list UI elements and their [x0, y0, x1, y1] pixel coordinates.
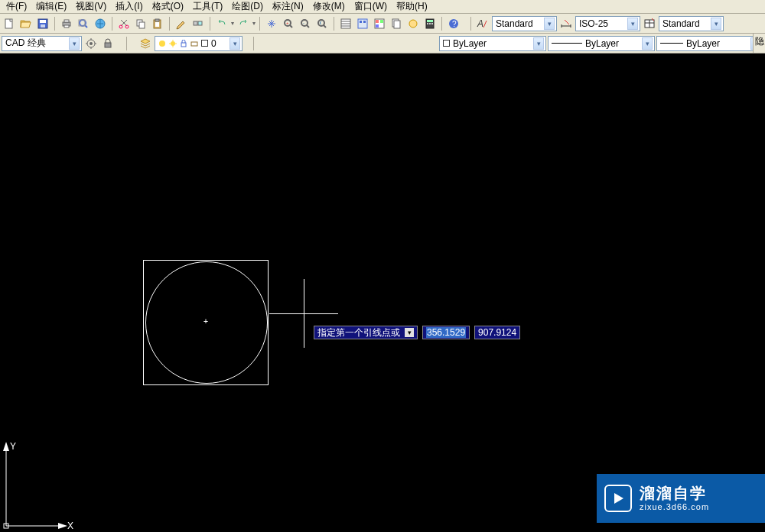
properties-button[interactable] — [338, 16, 353, 31]
dim-style-value: ISO-25 — [579, 18, 608, 29]
menu-edit[interactable]: 编辑(E) — [31, 0, 71, 14]
color-combo[interactable]: ByLayer ▾ — [439, 36, 546, 51]
svg-point-40 — [409, 20, 417, 28]
chevron-down-icon: ▾ — [69, 37, 80, 50]
publish-button[interactable] — [93, 16, 108, 31]
menu-format[interactable]: 格式(O) — [148, 0, 188, 14]
menu-dimension[interactable]: 标注(N) — [268, 0, 308, 14]
zoom-window-button[interactable]: - — [298, 16, 313, 31]
svg-rect-44 — [429, 23, 431, 24]
markup-button[interactable] — [405, 16, 421, 31]
svg-line-24 — [307, 25, 309, 28]
sheetset-button[interactable] — [389, 16, 404, 31]
quickcalc-button[interactable] — [422, 16, 438, 31]
block-editor-button[interactable] — [190, 16, 206, 31]
table-style-combo[interactable]: Standard ▾ — [659, 16, 724, 31]
chevron-down-icon: ▾ — [544, 18, 555, 30]
workspace-combo[interactable]: CAD 经典 ▾ — [2, 36, 82, 51]
linetype-combo[interactable]: ByLayer ▾ — [548, 36, 655, 51]
svg-text:+: + — [286, 21, 289, 25]
svg-rect-17 — [155, 22, 159, 27]
menu-file[interactable]: 件(F) — [2, 0, 31, 14]
svg-point-56 — [171, 41, 175, 46]
help-button[interactable]: ? — [446, 16, 461, 31]
pan-button[interactable] — [264, 16, 279, 31]
open-button[interactable] — [18, 16, 34, 31]
zoom-prev-button[interactable] — [314, 16, 330, 31]
right-clipped-panel: 隐 — [753, 34, 765, 54]
chevron-down-icon: ▾ — [627, 18, 638, 30]
svg-text:A: A — [477, 18, 483, 29]
drawing-canvas[interactable]: + 指定第一个引线点或 ▾ 356.1529 907.9124 Y X 溜溜 — [0, 54, 765, 532]
svg-rect-54 — [105, 43, 111, 47]
table-style-value: Standard — [662, 18, 700, 29]
workspace-lock-button[interactable] — [100, 36, 116, 51]
down-arrow-icon[interactable]: ▾ — [405, 328, 414, 337]
print-button[interactable] — [59, 16, 74, 31]
layer-combo[interactable]: 0 ▾ — [155, 36, 243, 51]
chevron-down-icon: ▾ — [711, 18, 721, 30]
svg-rect-45 — [431, 23, 433, 24]
color-value: ByLayer — [453, 38, 487, 49]
paste-button[interactable] — [150, 16, 165, 31]
svg-marker-66 — [614, 493, 623, 504]
dynamic-x-input[interactable]: 356.1529 — [422, 326, 470, 339]
svg-rect-5 — [64, 20, 69, 22]
menu-tools[interactable]: 工具(T) — [188, 0, 227, 14]
layer-name: 0 — [211, 38, 216, 49]
menu-help[interactable]: 帮助(H) — [392, 0, 432, 14]
match-prop-button[interactable] — [174, 16, 189, 31]
svg-rect-58 — [191, 42, 197, 46]
menu-insert[interactable]: 插入(I) — [111, 0, 147, 14]
watermark-url: zixue.3d66.com — [640, 502, 709, 512]
svg-point-55 — [159, 41, 165, 47]
preview-button[interactable] — [76, 16, 91, 31]
svg-rect-0 — [5, 19, 12, 28]
dynamic-y-input[interactable]: 907.9124 — [474, 326, 520, 339]
svg-rect-33 — [363, 21, 366, 23]
svg-rect-37 — [376, 24, 379, 28]
svg-rect-14 — [139, 22, 145, 28]
layer-manager-button[interactable] — [138, 36, 153, 51]
workspace-settings-button[interactable] — [83, 36, 99, 51]
dynamic-prompt: 指定第一个引线点或 ▾ — [314, 326, 418, 339]
menu-draw[interactable]: 绘图(D) — [227, 0, 268, 14]
svg-rect-18 — [194, 21, 197, 25]
prompt-text: 指定第一个引线点或 — [317, 326, 400, 339]
menu-view[interactable]: 视图(V) — [71, 0, 111, 14]
watermark-brand: 溜溜自学 — [640, 484, 709, 502]
svg-point-26 — [318, 20, 324, 26]
lock-icon — [180, 40, 187, 47]
svg-rect-19 — [198, 21, 202, 25]
svg-rect-32 — [360, 21, 362, 23]
toolbar-styles: CAD 经典 ▾ 0 ▾ ByLayer ▾ ByLayer ▾ ByLayer… — [0, 34, 765, 54]
line-sample-icon — [552, 43, 582, 44]
svg-rect-43 — [427, 23, 428, 24]
copy-button[interactable] — [133, 16, 148, 31]
redo-button[interactable] — [236, 16, 251, 31]
dim-style-icon[interactable] — [558, 16, 574, 31]
menu-modify[interactable]: 修改(M) — [308, 0, 350, 14]
dim-style-combo[interactable]: ISO-25 ▾ — [575, 16, 640, 31]
menu-window[interactable]: 窗口(W) — [350, 0, 392, 14]
svg-text:-: - — [303, 21, 304, 25]
svg-text:?: ? — [452, 20, 457, 28]
design-center-button[interactable] — [355, 16, 370, 31]
toolbar-standard: ▾ ▾ + - ? A Standard ▾ ISO-25 ▾ Standard… — [0, 14, 765, 34]
color-swatch — [443, 40, 450, 47]
undo-button[interactable] — [214, 16, 230, 31]
table-style-icon[interactable] — [642, 16, 657, 31]
center-marker: + — [203, 317, 208, 326]
bulb-icon — [158, 40, 166, 47]
text-style-combo[interactable]: Standard ▾ — [492, 16, 557, 31]
save-button[interactable] — [35, 16, 50, 31]
cut-button[interactable] — [116, 16, 132, 31]
lineweight-combo[interactable]: ByLayer ▾ — [656, 36, 763, 51]
chevron-down-icon: ▾ — [230, 37, 240, 50]
zoom-realtime-button[interactable]: + — [281, 16, 296, 31]
text-style-icon[interactable]: A — [475, 16, 490, 31]
tool-palettes-button[interactable] — [372, 16, 387, 31]
new-button[interactable] — [2, 16, 17, 31]
svg-rect-36 — [380, 20, 383, 23]
svg-rect-31 — [358, 19, 367, 28]
